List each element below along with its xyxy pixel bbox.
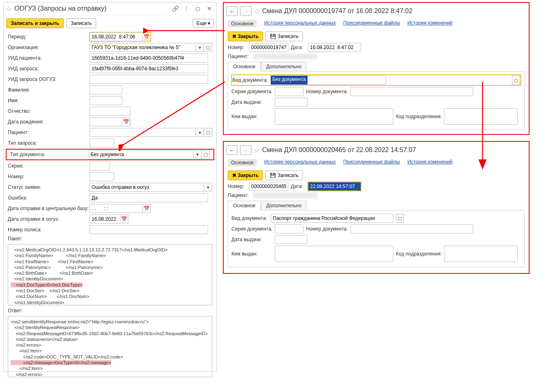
- send-central-input[interactable]: [90, 204, 143, 213]
- policy-input[interactable]: [90, 225, 208, 234]
- tab-main[interactable]: Основное: [228, 62, 261, 72]
- tab-extra[interactable]: Дополнительно: [261, 62, 307, 71]
- dropdown-icon[interactable]: ▾: [196, 43, 204, 52]
- save-button[interactable]: Записать: [66, 18, 96, 28]
- tab-main[interactable]: Основное: [228, 201, 261, 211]
- dropdown-icon[interactable]: ▾: [193, 150, 202, 159]
- close-button[interactable]: ✖ Закрыть: [228, 170, 263, 180]
- open-icon[interactable]: ▢: [204, 128, 212, 137]
- docnum-input[interactable]: [350, 87, 473, 96]
- dep-code-input[interactable]: [444, 108, 518, 125]
- link-history-personal[interactable]: История персональных данных: [264, 159, 336, 166]
- status-input[interactable]: [90, 183, 204, 192]
- doc-type-input[interactable]: [271, 214, 393, 223]
- left-titlebar: ☆ ООГУЗ (Запросы на отправку) 🔗 ⋮ ◻ ✕: [4, 2, 216, 15]
- num-input[interactable]: [249, 43, 288, 52]
- error-input[interactable]: [90, 193, 208, 202]
- dep-code-input[interactable]: [444, 246, 518, 262]
- ooguz-uid-input[interactable]: [90, 75, 208, 84]
- series-input[interactable]: [275, 224, 303, 233]
- nav-links: Основное История персональных данных При…: [224, 18, 529, 30]
- left-panel: ☆ ООГУЗ (Запросы на отправку) 🔗 ⋮ ◻ ✕ За…: [3, 2, 217, 372]
- firstname-label: Имя:: [8, 98, 90, 103]
- req-type-label: Тип запроса:: [8, 140, 90, 146]
- patient-input[interactable]: [90, 128, 196, 137]
- series-input[interactable]: [90, 161, 110, 170]
- patient-uid-input[interactable]: [90, 54, 208, 63]
- patient-label: Пациент:: [228, 54, 250, 59]
- series-label: Серия документа:: [231, 226, 272, 232]
- left-toolbar: Записать и закрыть Записать Еще ▾: [4, 15, 216, 31]
- docnum-input[interactable]: [350, 224, 473, 233]
- number-input[interactable]: [90, 172, 114, 181]
- new-window-icon[interactable]: ◻: [193, 4, 202, 13]
- firstname-input[interactable]: [90, 96, 122, 105]
- link-history-changes[interactable]: История изменений: [407, 159, 452, 166]
- link-files[interactable]: Присоединенные файлы: [343, 159, 400, 166]
- series-input[interactable]: [275, 87, 303, 96]
- lastname-input[interactable]: [90, 85, 122, 94]
- packet-label: Пакет:: [8, 236, 22, 242]
- patient-label: Пациент:: [228, 193, 250, 198]
- save-button[interactable]: 💾 Записать: [265, 170, 303, 180]
- date-label: Дата:: [291, 45, 305, 50]
- status-label: Статус заявки:: [8, 184, 90, 190]
- answer-xml[interactable]: <ns2:sendIdentityResponse xmlns:ns2="htt…: [8, 316, 212, 377]
- link-history-personal[interactable]: История персональных данных: [264, 20, 336, 27]
- doc-type-input[interactable]: [89, 150, 194, 159]
- docnum-label: Номер документа:: [306, 226, 348, 232]
- calendar-icon[interactable]: 📅: [143, 32, 151, 41]
- calendar-icon[interactable]: 📅: [122, 117, 130, 126]
- date-input[interactable]: [308, 43, 361, 52]
- docnum-label: Номер документа:: [306, 89, 348, 94]
- num-input[interactable]: [249, 182, 288, 191]
- star-icon[interactable]: ☆: [254, 146, 260, 154]
- middlename-input[interactable]: [90, 107, 130, 116]
- open-icon[interactable]: ▢: [512, 76, 520, 85]
- link-main[interactable]: Основное: [228, 159, 257, 166]
- link-icon[interactable]: 🔗: [171, 4, 180, 13]
- close-icon[interactable]: ✕: [205, 4, 214, 13]
- issue-date-input[interactable]: [275, 98, 308, 107]
- link-files[interactable]: Присоединенные файлы: [343, 20, 400, 27]
- forward-button[interactable]: →: [240, 145, 251, 155]
- star-icon[interactable]: ☆: [254, 7, 260, 15]
- save-close-button[interactable]: Записать и закрыть: [6, 18, 64, 28]
- req-uid-input[interactable]: [90, 64, 208, 73]
- num-label: Номер:: [228, 184, 247, 189]
- issued-by-input[interactable]: [275, 108, 393, 125]
- dropdown-icon[interactable]: ▾: [196, 128, 204, 137]
- close-button[interactable]: ✖ Закрыть: [228, 31, 263, 41]
- doc-type-label: Вид документа:: [232, 77, 269, 83]
- issued-by-input[interactable]: [275, 246, 393, 262]
- birthdate-input[interactable]: [90, 117, 122, 126]
- open-icon[interactable]: ▢: [396, 214, 404, 223]
- open-icon[interactable]: ▢: [202, 150, 210, 159]
- issue-date-input[interactable]: [275, 235, 308, 244]
- tab-extra[interactable]: Дополнительно: [261, 201, 307, 210]
- open-icon[interactable]: ▢: [204, 43, 212, 52]
- calendar-icon[interactable]: 📅: [143, 204, 151, 213]
- star-icon[interactable]: ☆: [6, 5, 12, 13]
- back-button[interactable]: ←: [226, 145, 238, 155]
- save-button[interactable]: 💾 Записать: [265, 31, 303, 41]
- date-selection[interactable]: 22.08.2022 14:57:07: [308, 182, 361, 190]
- period-input[interactable]: [90, 32, 143, 41]
- send-ooguz-label: Дата отправки в оогуз:: [8, 216, 90, 222]
- calendar-icon[interactable]: 📅: [120, 215, 128, 224]
- forward-button[interactable]: →: [240, 6, 251, 16]
- req-type-input[interactable]: [90, 139, 114, 148]
- link-history-changes[interactable]: История изменений: [407, 20, 452, 27]
- packet-xml[interactable]: <ns1:MedicalOrgOID>1.2.643.5.1.13.13.12.…: [8, 244, 212, 305]
- dep-code-label: Код подразделения:: [396, 114, 442, 119]
- period-label: Период:: [8, 34, 90, 40]
- more-button[interactable]: Еще ▾: [193, 19, 214, 28]
- left-title: ООГУЗ (Запросы на отправку): [14, 5, 106, 12]
- send-ooguz-input[interactable]: [90, 215, 120, 224]
- org-input[interactable]: [90, 43, 196, 52]
- back-button[interactable]: ←: [226, 6, 238, 16]
- menu-icon[interactable]: ⋮: [182, 4, 191, 13]
- send-central-label: Дата отправки в центральную базу:: [8, 206, 90, 211]
- dropdown-icon[interactable]: ▾: [204, 183, 212, 192]
- link-main[interactable]: Основное: [228, 20, 257, 27]
